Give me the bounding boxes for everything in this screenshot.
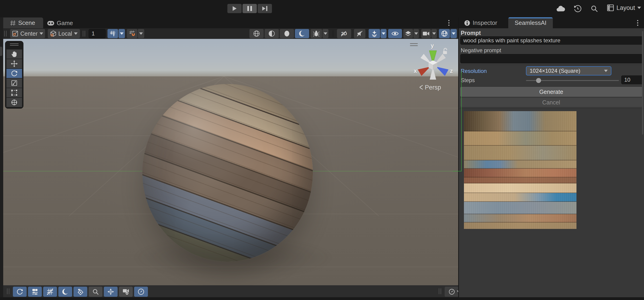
diamond-dot-icon — [77, 288, 84, 295]
axis-x-cone[interactable] — [418, 67, 430, 76]
gizmos-caret[interactable] — [450, 29, 457, 38]
grid-options-caret[interactable] — [118, 29, 125, 38]
grid-visibility-button[interactable]: Y — [108, 29, 118, 38]
overlay-drag-handle[interactable] — [10, 44, 18, 46]
snap-increment-field[interactable] — [89, 29, 106, 38]
tool-scale[interactable] — [6, 78, 22, 88]
toolbar-drag-handle[interactable] — [83, 31, 85, 37]
layers-button[interactable] — [403, 29, 413, 38]
hand-icon — [11, 51, 18, 57]
effects-caret[interactable] — [380, 29, 386, 38]
inspector-menu-kebab[interactable] — [637, 20, 638, 26]
chevron-down-icon — [432, 33, 436, 35]
toolbar-drag-handle[interactable] — [439, 288, 441, 294]
snap-options-caret[interactable] — [138, 29, 144, 38]
scene-menu-kebab[interactable] — [448, 20, 450, 26]
generate-button[interactable]: Generate — [460, 87, 642, 97]
history-icon — [574, 5, 582, 13]
window-bottom-edge — [0, 297, 644, 300]
unlock-icon[interactable] — [443, 48, 447, 54]
inspector-scrollbar[interactable] — [642, 31, 643, 134]
axis-x-label: x — [414, 68, 417, 74]
camera-settings-caret[interactable] — [431, 29, 437, 38]
audio-toggle[interactable] — [354, 29, 366, 38]
step-forward-icon — [262, 6, 267, 11]
axis-z-label: z — [450, 68, 453, 74]
generated-texture-preview[interactable] — [464, 111, 576, 229]
snap-settings-button[interactable] — [127, 29, 137, 38]
search-button[interactable] — [590, 5, 599, 13]
tool-rotate[interactable] — [6, 69, 22, 78]
camera-settings-button[interactable] — [421, 29, 431, 38]
tool-rect[interactable] — [6, 88, 22, 97]
tool-transform[interactable] — [6, 98, 22, 107]
shading-unlit-button[interactable] — [295, 29, 309, 38]
layout-icon — [607, 4, 614, 12]
pause-button[interactable] — [242, 4, 257, 13]
clipped-panel-fragment — [0, 47, 2, 56]
orientation-gizmo[interactable]: y x z — [409, 42, 455, 83]
section-divider — [459, 108, 644, 109]
steps-value-field[interactable] — [621, 75, 643, 84]
axis-z-cone[interactable] — [436, 67, 448, 76]
shading-shaded-wireframe-button[interactable] — [264, 29, 279, 38]
scene-visibility-toggle[interactable] — [388, 29, 402, 38]
2d-mode-toggle[interactable]: 2D — [337, 29, 351, 38]
scene-toolbar: Center Local Y — [0, 28, 458, 39]
eye-icon — [391, 31, 399, 37]
scene-viewport[interactable]: y x z < Persp — [3, 39, 458, 285]
wood-grain-overlay — [464, 111, 576, 229]
cloud-icon — [556, 5, 565, 12]
move-overlay-button[interactable] — [104, 287, 118, 297]
grid-slash-icon — [46, 288, 54, 295]
tab-seamlessai[interactable]: SeamlessAI — [508, 17, 553, 28]
tab-inspector-label: Inspector — [473, 19, 497, 27]
tool-hand[interactable] — [6, 50, 22, 59]
search-scene-button[interactable] — [89, 287, 102, 297]
inspector-panel: Inspector SeamlessAI Prompt Negative pro… — [459, 17, 644, 300]
orbit-tool-button[interactable] — [13, 287, 27, 297]
debug-draw-button[interactable] — [310, 29, 322, 38]
axis-line-artifact — [461, 71, 462, 171]
chevron-down-icon — [74, 33, 78, 35]
play-button[interactable] — [228, 4, 242, 13]
shading-shaded-button[interactable] — [280, 29, 294, 38]
pivot-mode-dropdown[interactable]: Center — [10, 29, 45, 38]
orientation-overlay-button[interactable] — [134, 287, 148, 297]
step-button[interactable] — [258, 4, 272, 13]
projection-mode-button[interactable]: < Persp — [420, 84, 441, 91]
tab-game[interactable]: Game — [47, 20, 73, 27]
undo-history-button[interactable] — [573, 5, 582, 13]
video-camera-icon — [422, 31, 430, 36]
toolbar-drag-handle[interactable] — [4, 31, 7, 37]
tool-settings-button[interactable] — [28, 287, 42, 297]
chevron-down-icon — [637, 7, 641, 9]
debug-draw-caret[interactable] — [322, 29, 328, 38]
grid-toggle-button[interactable] — [43, 287, 57, 297]
textured-sphere-object[interactable] — [142, 84, 313, 262]
cloud-button[interactable] — [556, 5, 565, 13]
layout-dropdown[interactable]: Layout — [607, 4, 641, 12]
prompt-input[interactable] — [460, 36, 642, 45]
resolution-dropdown[interactable]: 1024×1024 (Square) — [526, 66, 612, 75]
cancel-button[interactable]: Cancel — [460, 98, 642, 107]
grid-y-icon: Y — [110, 31, 116, 37]
steps-slider-thumb[interactable] — [536, 78, 541, 83]
toolbar-drag-handle[interactable] — [7, 288, 10, 294]
tab-scene[interactable]: Scene — [2, 18, 43, 28]
effects-toggle[interactable] — [368, 29, 380, 38]
view-shading-button[interactable] — [58, 287, 72, 297]
gizmos-toggle[interactable] — [439, 29, 450, 38]
compass-icon — [138, 288, 144, 295]
tab-inspector[interactable]: Inspector — [464, 19, 497, 27]
sliders-icon — [32, 288, 38, 295]
shading-wireframe-button[interactable] — [250, 29, 264, 38]
audio-muted-icon — [356, 30, 363, 37]
camera-overlay-button[interactable] — [119, 287, 133, 297]
tab-game-label: Game — [57, 20, 73, 27]
orientation-dropdown[interactable]: Local — [48, 29, 80, 38]
gizmo-visibility-button[interactable] — [74, 287, 87, 297]
layers-caret[interactable] — [414, 29, 419, 38]
negative-prompt-input[interactable] — [460, 54, 642, 63]
tool-move[interactable] — [6, 59, 22, 68]
